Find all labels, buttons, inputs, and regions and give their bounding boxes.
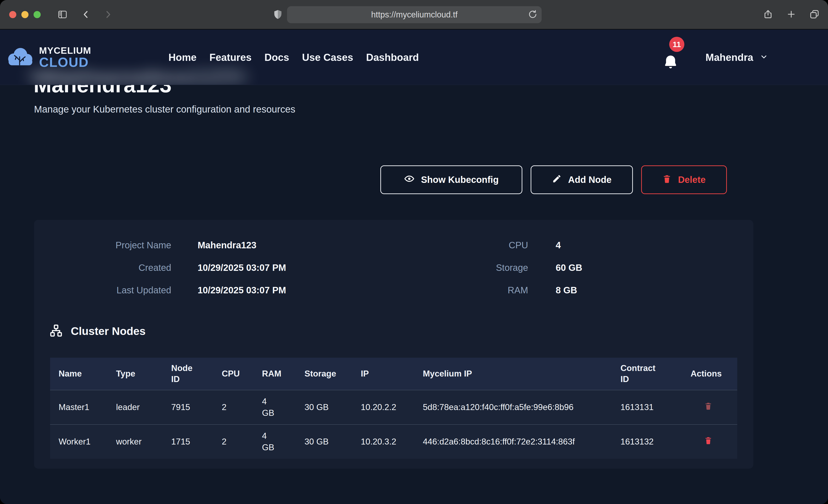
show-kubeconfig-label: Show Kubeconfig [421,175,499,185]
window-controls [9,11,41,18]
chevron-down-icon [760,52,768,63]
trash-icon [662,174,671,186]
logo-icon [7,46,34,69]
forward-button[interactable] [103,9,113,19]
detail-row-storage: Storage 60 GB [394,262,753,273]
delete-cluster-button[interactable]: Delete [641,165,727,194]
cell-ip: 10.20.2.2 [361,402,423,413]
table-header-row: Name Type Node ID CPU RAM Storage IP Myc… [50,358,737,390]
new-tab-icon [786,16,796,20]
cell-storage: 30 GB [304,402,361,413]
detail-value: 8 GB [556,285,577,295]
detail-label: Last Updated [34,285,171,295]
browser-window: https://myceliumcloud.tf [0,0,828,504]
nav-item-use-cases[interactable]: Use Cases [302,52,353,63]
nav-item-dashboard[interactable]: Dashboard [366,52,419,63]
detail-value: 4 [556,240,561,250]
detail-label: Created [34,262,171,273]
notification-badge: 11 [669,37,685,52]
col-storage: Storage [304,368,361,379]
tab-overview-button[interactable] [809,9,820,20]
detail-label: Project Name [34,240,171,250]
nodes-table: Name Type Node ID CPU RAM Storage IP Myc… [50,358,737,459]
close-window-button[interactable] [9,11,16,18]
cluster-nodes-icon [49,324,63,338]
detail-value: Mahendra123 [198,240,256,250]
add-node-button[interactable]: Add Node [531,165,633,194]
back-button[interactable] [81,9,91,19]
minimize-window-button[interactable] [22,11,29,18]
logo-text: MYCELIUM CLOUD [39,46,91,69]
delete-label: Delete [678,175,705,185]
nav-item-features[interactable]: Features [209,52,251,63]
cell-contract-id: 1613131 [620,402,691,413]
cluster-actions: Show Kubeconfig Add Node Delete [380,165,727,194]
cell-contract-id: 1613132 [620,436,691,448]
shield-icon[interactable] [273,9,283,20]
eye-icon [404,173,415,186]
col-ip: IP [361,368,423,379]
cell-node-id: 1715 [171,436,222,448]
col-contract-id: Contract ID [620,363,691,385]
notifications-button[interactable]: 11 [663,48,688,78]
col-type: Type [116,368,171,379]
nav-item-docs[interactable]: Docs [264,52,289,63]
site-header: Mahendra123 MYCELIUM CLOUD [0,30,828,85]
detail-label: CPU [394,240,528,250]
address-bar[interactable]: https://myceliumcloud.tf [287,6,542,23]
toolbar-right-actions [763,0,820,29]
nav-item-home[interactable]: Home [168,52,197,63]
main-nav: Home Features Docs Use Cases Dashboard [168,52,419,63]
cell-name: Master1 [58,402,116,413]
col-mycelium-ip: Mycelium IP [423,368,620,379]
add-node-label: Add Node [568,175,612,185]
sidebar-toggle-button[interactable] [57,9,68,19]
reload-button[interactable] [528,10,538,20]
show-kubeconfig-button[interactable]: Show Kubeconfig [380,165,522,194]
trash-icon [704,443,712,446]
col-cpu: CPU [222,368,262,379]
cell-cpu: 2 [222,436,262,448]
cluster-nodes-heading: Cluster Nodes [49,324,146,338]
detail-row-created: Created 10/29/2025 03:07 PM [34,262,394,273]
cell-type: leader [116,402,171,413]
cell-mycelium-ip: 446:d2a6:8bcd:8c16:ff0f:72e2:3114:863f [423,436,620,448]
table-row-master1: Master1 leader 7915 2 4 GB 30 GB 10.20.2… [50,390,737,424]
trash-icon [704,408,712,412]
user-menu[interactable]: Mahendra [705,30,768,85]
logo[interactable]: MYCELIUM CLOUD [7,46,91,69]
detail-value: 10/29/2025 03:07 PM [198,285,286,295]
delete-node-button[interactable] [703,435,713,446]
cell-actions [691,435,737,449]
detail-label: RAM [394,285,528,295]
detail-value: 10/29/2025 03:07 PM [198,262,286,273]
share-button[interactable] [763,8,773,21]
delete-node-button[interactable] [703,401,713,412]
cluster-details-card: Project Name Mahendra123 Created 10/29/2… [34,220,753,469]
col-ram: RAM [262,368,304,379]
table-row-worker1: Worker1 worker 1715 2 4 GB 30 GB 10.20.3… [50,424,737,459]
cell-type: worker [116,436,171,448]
new-tab-button[interactable] [786,9,796,20]
cell-node-id: 7915 [171,402,222,413]
detail-row-ram: RAM 8 GB [394,285,753,295]
tab-overview-icon [809,17,820,20]
back-icon [81,9,91,19]
zoom-window-button[interactable] [34,11,41,18]
detail-row-project-name: Project Name Mahendra123 [34,240,394,250]
share-icon [763,17,773,21]
user-name: Mahendra [705,52,753,63]
details-right-column: CPU 4 Storage 60 GB RAM 8 GB [394,240,753,295]
page-subtitle: Manage your Kubernetes cluster configura… [34,104,295,115]
forward-icon [103,9,113,19]
col-name: Name [58,368,116,379]
logo-line2: CLOUD [39,55,91,69]
cell-ram: 4 GB [262,430,304,453]
logo-line1: MYCELIUM [39,46,91,55]
cell-storage: 30 GB [304,436,361,448]
cell-mycelium-ip: 5d8:78ea:a120:f40c:ff0f:a5fe:99e6:8b96 [423,402,620,413]
detail-row-last-updated: Last Updated 10/29/2025 03:07 PM [34,285,394,295]
browser-toolbar: https://myceliumcloud.tf [0,0,828,30]
detail-value: 60 GB [556,262,582,273]
details-left-column: Project Name Mahendra123 Created 10/29/2… [34,240,394,295]
